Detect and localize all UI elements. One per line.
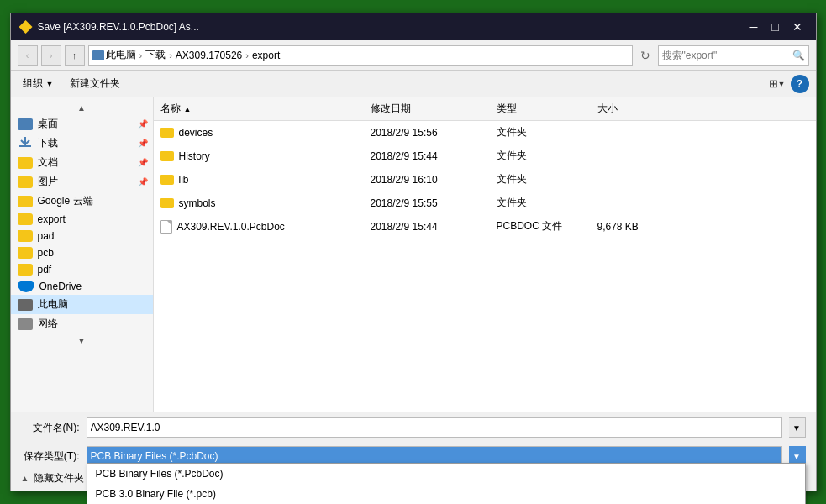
pin-icon: 📌 <box>138 119 148 129</box>
pin-icon-2: 📌 <box>138 139 148 148</box>
sep3: › <box>245 50 249 60</box>
file-date-history: 2018/2/9 15:44 <box>364 148 490 165</box>
sidebar-item-computer[interactable]: 此电脑 <box>11 295 153 314</box>
file-type-lib: 文件夹 <box>490 170 591 189</box>
col-header-name[interactable]: 名称 ▲ <box>154 99 364 118</box>
sidebar-item-pad[interactable]: pad <box>11 228 153 244</box>
forward-button[interactable]: › <box>41 45 61 66</box>
table-row[interactable]: History 2018/2/9 15:44 文件夹 <box>154 144 816 168</box>
file-type-history: 文件夹 <box>490 146 591 165</box>
dropdown-item-1[interactable]: PCB 3.0 Binary File (*.pcb) <box>87 484 805 504</box>
address-bar[interactable]: 此电脑 › 下载 › AX309.170526 › export <box>88 45 633 66</box>
file-size-symbols <box>591 201 675 206</box>
view-controls: ⊞ ▼ ? <box>767 75 809 93</box>
bottom-area: 文件名(N): ▼ 保存类型(T): ▼ PCB Binary Files (*… <box>11 412 816 491</box>
onedrive-icon <box>18 281 34 292</box>
pin-icon-3: 📌 <box>138 158 148 167</box>
organize-button[interactable]: 组织 ▼ <box>18 75 59 92</box>
network-icon <box>18 318 33 330</box>
file-list-header: 名称 ▲ 修改日期 类型 大小 <box>154 97 816 121</box>
up-button[interactable]: ↑ <box>65 45 85 66</box>
file-name-symbols: symbols <box>154 195 364 212</box>
file-size-history <box>591 154 675 159</box>
title-controls: ─ □ ✕ <box>744 18 808 35</box>
filename-input[interactable] <box>87 417 782 438</box>
table-row[interactable]: symbols 2018/2/9 15:55 文件夹 <box>154 192 816 215</box>
sidebar-item-pictures[interactable]: 图片 📌 <box>11 172 153 192</box>
right-panel: 名称 ▲ 修改日期 类型 大小 devic <box>154 97 816 412</box>
file-name-pcbdoc: AX309.REV.1.0.PcbDoc <box>154 218 364 236</box>
col-header-type[interactable]: 类型 <box>490 99 591 118</box>
folder-icon-sm <box>160 151 174 161</box>
title-bar: Save [AX309.REV.1.0.PcbDoc] As... ─ □ ✕ <box>11 13 816 40</box>
sidebar-item-pcb[interactable]: pcb <box>11 244 153 261</box>
folder-icon-pc <box>92 50 104 60</box>
chevron-down-icon: ▼ <box>46 80 54 88</box>
table-row[interactable]: lib 2018/2/9 16:10 文件夹 <box>154 168 816 192</box>
scroll-down-arrow[interactable]: ▼ <box>11 333 153 347</box>
view-icon: ⊞ <box>769 77 778 90</box>
view-chevron-icon: ▼ <box>778 80 786 88</box>
file-name-history: History <box>154 148 364 165</box>
file-size-lib <box>591 177 675 182</box>
file-date-devices: 2018/2/9 15:56 <box>364 124 490 141</box>
file-name-devices: devices <box>154 124 364 141</box>
sidebar-item-documents[interactable]: 文档 📌 <box>11 153 153 172</box>
minimize-button[interactable]: ─ <box>744 18 764 35</box>
sidebar-item-google[interactable]: Google 云端 <box>11 192 153 211</box>
maximize-button[interactable]: □ <box>765 18 786 35</box>
help-button[interactable]: ? <box>791 75 809 93</box>
file-size-devices <box>591 130 675 135</box>
search-input[interactable] <box>662 50 789 61</box>
sidebar-item-export[interactable]: export <box>11 211 153 228</box>
close-button[interactable]: ✕ <box>787 18 808 35</box>
new-folder-button[interactable]: 新建文件夹 <box>65 75 125 92</box>
col-header-size[interactable]: 大小 <box>591 99 675 118</box>
scroll-up-arrow[interactable]: ▲ <box>11 101 153 114</box>
filetype-label: 保存类型(T): <box>21 449 80 464</box>
col-header-date[interactable]: 修改日期 <box>364 99 490 118</box>
hide-files-label: 隐藏文件夹 <box>34 471 84 486</box>
sidebar-item-desktop[interactable]: 桌面 📌 <box>11 114 153 134</box>
sep1: › <box>139 50 143 60</box>
folder-icon-export <box>18 213 33 225</box>
sidebar-item-network[interactable]: 网络 <box>11 314 153 333</box>
sidebar-item-onedrive[interactable]: OneDrive <box>11 278 153 295</box>
breadcrumb-computer[interactable]: 此电脑 <box>92 48 136 62</box>
dialog-window: Save [AX309.REV.1.0.PcbDoc] As... ─ □ ✕ … <box>10 13 817 491</box>
sep2: › <box>169 50 172 60</box>
search-box[interactable]: 🔍 <box>658 45 809 66</box>
table-row[interactable]: devices 2018/2/9 15:56 文件夹 <box>154 121 816 144</box>
search-icon: 🔍 <box>792 50 805 61</box>
folder-icon-pcb <box>18 247 33 259</box>
app-icon <box>19 20 33 34</box>
computer-icon <box>18 299 33 311</box>
left-panel: ▲ 桌面 📌 下载 📌 文档 📌 图片 📌 <box>11 97 154 412</box>
file-icon-sm <box>160 220 172 234</box>
folder-icon-sm <box>160 198 174 208</box>
main-area: ▲ 桌面 📌 下载 📌 文档 📌 图片 📌 <box>11 97 816 412</box>
folder-icon-docs <box>18 157 33 169</box>
file-date-lib: 2018/2/9 16:10 <box>364 171 490 188</box>
toolbar: ‹ › ↑ 此电脑 › 下载 › AX309.170526 › export ↻… <box>11 40 816 71</box>
folder-icon-pics <box>18 176 33 188</box>
file-size-pcbdoc: 9,678 KB <box>591 218 675 235</box>
folder-icon-google <box>18 196 33 207</box>
back-button[interactable]: ‹ <box>18 45 38 66</box>
filename-row: 文件名(N): ▼ <box>11 412 816 443</box>
breadcrumb-download[interactable]: 下载 <box>145 48 166 62</box>
filetype-row: 保存类型(T): ▼ PCB Binary Files (*.PcbDoc) P… <box>11 443 816 470</box>
sidebar-item-download[interactable]: 下载 📌 <box>11 134 153 153</box>
breadcrumb-export[interactable]: export <box>252 50 280 61</box>
folder-icon-sm <box>160 175 174 185</box>
filename-dropdown-btn[interactable]: ▼ <box>789 417 806 438</box>
dropdown-item-0[interactable]: PCB Binary Files (*.PcbDoc) <box>87 464 805 484</box>
filename-label: 文件名(N): <box>21 421 80 435</box>
table-row[interactable]: AX309.REV.1.0.PcbDoc 2018/2/9 15:44 PCBD… <box>154 215 816 239</box>
refresh-button[interactable]: ↻ <box>636 46 655 65</box>
sidebar-item-pdf[interactable]: pdf <box>11 261 153 278</box>
file-name-lib: lib <box>154 171 364 188</box>
folder-icon-pdf <box>18 264 33 276</box>
breadcrumb-ax309[interactable]: AX309.170526 <box>176 50 242 61</box>
view-button[interactable]: ⊞ ▼ <box>767 75 787 93</box>
